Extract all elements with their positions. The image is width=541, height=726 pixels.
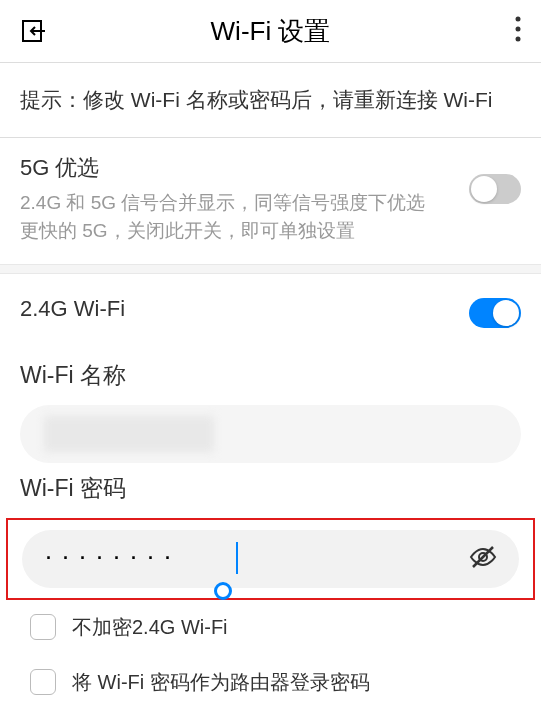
hint-text: 提示：修改 Wi-Fi 名称或密码后，请重新连接 Wi-Fi	[20, 83, 521, 117]
back-icon[interactable]	[20, 17, 48, 45]
text-cursor	[236, 542, 238, 574]
hint-section: 提示：修改 Wi-Fi 名称或密码后，请重新连接 Wi-Fi	[0, 63, 541, 137]
wifi-24g-title: 2.4G Wi-Fi	[20, 296, 521, 322]
svg-point-2	[516, 27, 521, 32]
no-encrypt-label: 不加密2.4G Wi-Fi	[72, 614, 228, 641]
divider-thick	[0, 264, 541, 274]
use-as-router-pwd-checkbox[interactable]	[30, 669, 56, 695]
wifi-password-label: Wi-Fi 密码	[0, 473, 541, 504]
wifi-name-label: Wi-Fi 名称	[20, 360, 521, 391]
wifi-name-value-blurred	[44, 416, 214, 452]
use-as-router-pwd-label: 将 Wi-Fi 密码作为路由器登录密码	[72, 669, 370, 696]
wifi-password-input[interactable]: ········	[22, 530, 519, 588]
prefer-5g-section: 5G 优选 2.4G 和 5G 信号合并显示，同等信号强度下优选更快的 5G，关…	[0, 138, 541, 264]
svg-point-3	[516, 37, 521, 42]
eye-off-icon[interactable]	[467, 541, 499, 577]
wifi-password-section: Wi-Fi 密码 ········	[0, 463, 541, 600]
no-encrypt-row[interactable]: 不加密2.4G Wi-Fi	[0, 600, 541, 655]
prefer-5g-desc: 2.4G 和 5G 信号合并显示，同等信号强度下优选更快的 5G，关闭此开关，即…	[20, 189, 521, 246]
page-title: Wi-Fi 设置	[211, 14, 331, 49]
password-masked: ········	[46, 548, 182, 569]
prefer-5g-title: 5G 优选	[20, 153, 521, 183]
more-icon[interactable]	[515, 16, 521, 46]
prefer-5g-toggle[interactable]	[469, 174, 521, 204]
highlight-annotation: ········	[6, 518, 535, 600]
wifi-24g-section: 2.4G Wi-Fi	[0, 274, 541, 350]
annotation-circle	[214, 582, 232, 600]
header: Wi-Fi 设置	[0, 0, 541, 62]
wifi-name-section: Wi-Fi 名称	[0, 350, 541, 463]
svg-point-1	[516, 17, 521, 22]
wifi-24g-toggle[interactable]	[469, 298, 521, 328]
no-encrypt-checkbox[interactable]	[30, 614, 56, 640]
use-as-router-pwd-row[interactable]: 将 Wi-Fi 密码作为路由器登录密码	[0, 655, 541, 710]
wifi-name-input[interactable]	[20, 405, 521, 463]
